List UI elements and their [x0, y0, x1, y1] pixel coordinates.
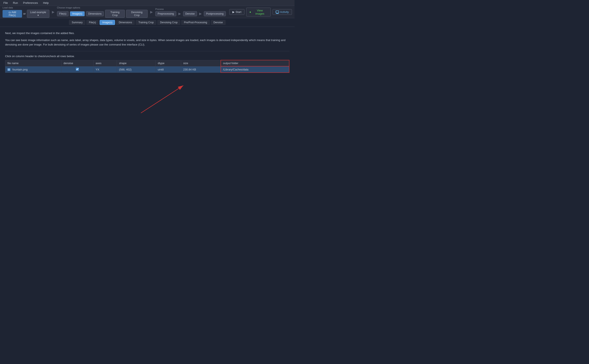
preprocessing-button[interactable]: Preprocessing [155, 11, 176, 16]
description-line2: You can see basic image information such… [5, 38, 289, 47]
menu-preferences[interactable]: Preferences [22, 1, 39, 5]
cell-axes: YX [94, 66, 117, 73]
svg-line-1 [141, 85, 183, 113]
cell-shape: (588, 402) [117, 66, 155, 73]
view-images-label: View images [252, 9, 268, 15]
col-header-output-folder[interactable]: output folder [221, 60, 289, 66]
or-text: or [23, 12, 26, 15]
col-header-size[interactable]: size [181, 60, 221, 66]
activity-label: Activity [280, 10, 289, 13]
cell-output-folder: /Library/Caches/data [221, 66, 289, 73]
col-header-shape[interactable]: shape [117, 60, 155, 66]
toolbar-denoising-crop-tab[interactable]: Denoising Crop [126, 10, 148, 18]
col-header-denoise[interactable]: denoise [61, 60, 94, 66]
tab-files[interactable]: File(s) [86, 20, 99, 25]
cell-denoise[interactable] [61, 66, 94, 73]
process-controls: Preprocessing ▶ Denoise ▶ Postprocessing [155, 11, 226, 16]
choose-image-section: Choose image options File(s) Image(s) Di… [57, 6, 148, 18]
view-images-button[interactable]: ● View images [246, 8, 271, 17]
content-divider [5, 51, 289, 51]
activity-button[interactable]: Activity [273, 9, 292, 15]
cell-size: 230.84 KB [181, 66, 221, 73]
process-section: Process Preprocessing ▶ Denoise ▶ Postpr… [155, 8, 226, 16]
table-row[interactable]: 🖼 fountain.png YX (588, 402) uint8 230.8… [5, 66, 289, 73]
postprocessing-button[interactable]: Postprocessing [204, 11, 226, 16]
arrow-sep-2: ▶ [150, 10, 153, 14]
load-data-section: Load data 🗂 Add File(s) or Load example … [3, 6, 49, 18]
arrow-annotation [5, 73, 289, 115]
tab-summary[interactable]: Summary [69, 20, 85, 25]
process-label: Process [155, 8, 226, 10]
image-option-controls: File(s) Image(s) Dimensions Training Cro… [57, 10, 148, 18]
menu-help[interactable]: Help [42, 1, 50, 5]
toolbar-images-tab[interactable]: Image(s) [70, 11, 85, 16]
choose-image-label: Choose image options [57, 6, 148, 9]
description-line1: Next, we inspect the images contained in… [5, 31, 289, 36]
start-button[interactable]: ▶ Start [229, 9, 245, 15]
tab-training-crop[interactable]: Training Crop [136, 20, 156, 25]
menu-file[interactable]: File [3, 1, 9, 5]
monitor-icon [276, 11, 279, 13]
add-files-button[interactable]: 🗂 Add File(s) [3, 10, 22, 18]
load-data-label: Load data [3, 6, 49, 9]
denoise-process-button[interactable]: Denoise [183, 11, 197, 16]
load-data-controls: 🗂 Add File(s) or Load example ▾ [3, 10, 49, 18]
annotation-arrow-svg [5, 73, 289, 115]
tab-dimensions[interactable]: Dimensions [116, 20, 135, 25]
col-header-axes[interactable]: axes [94, 60, 117, 66]
menubar: File Run Preferences Help [0, 0, 294, 6]
menu-run[interactable]: Run [12, 1, 19, 5]
arrow-sep-4: ▶ [199, 12, 202, 16]
col-header-dtype[interactable]: dtype [155, 60, 181, 66]
description-block: Next, we inspect the images contained in… [5, 31, 289, 47]
tab-images[interactable]: Image(s) [100, 20, 115, 25]
tab-bar: Summary File(s) Image(s) Dimensions Trai… [0, 18, 294, 27]
cell-filename-text: fountain.png [13, 68, 28, 71]
tab-denoising-crop[interactable]: Denoising Crop [157, 20, 180, 25]
play-icon: ▶ [232, 10, 234, 13]
denoise-checkbox[interactable] [76, 68, 79, 71]
col-header-filename[interactable]: file name [5, 60, 61, 66]
toolbar-training-crop-tab[interactable]: Training Crop [105, 10, 125, 18]
start-label: Start [236, 10, 241, 13]
load-example-button[interactable]: Load example ▾ [27, 10, 49, 18]
cell-filename: 🖼 fountain.png [5, 66, 61, 73]
arrow-sep-3: ▶ [178, 12, 181, 16]
images-table: file name denoise axes shape dtype size … [5, 60, 289, 73]
tab-pre-post-processing[interactable]: Pre/Post-Processing [181, 20, 210, 25]
tab-denoise[interactable]: Denoise [211, 20, 226, 25]
main-content: Next, we inspect the images contained in… [0, 27, 294, 181]
arrow-sep-1: ▶ [52, 10, 54, 14]
toolbar: Load data 🗂 Add File(s) or Load example … [0, 6, 294, 18]
hint-text: Click on column header to check/uncheck … [5, 55, 289, 58]
cell-dtype: uint8 [155, 66, 181, 73]
table-header-row: file name denoise axes shape dtype size … [5, 60, 289, 66]
view-images-icon: ● [249, 10, 251, 13]
toolbar-files-tab[interactable]: File(s) [57, 11, 69, 16]
file-icon: 🖼 [7, 68, 10, 71]
toolbar-dimensions-tab[interactable]: Dimensions [86, 11, 104, 16]
